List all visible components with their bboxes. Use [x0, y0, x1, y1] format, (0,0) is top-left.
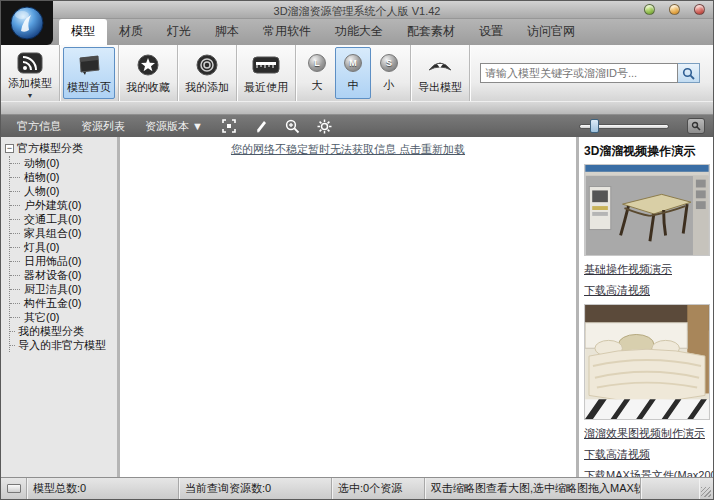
tree-item-animals[interactable]: 动物(0): [10, 156, 117, 170]
add-model-button[interactable]: 添加模型 ▼: [4, 47, 56, 99]
status-monitor-icon: [7, 484, 21, 493]
my-added-icon: [195, 52, 219, 78]
tab-model[interactable]: 模型: [59, 19, 107, 45]
tab-features[interactable]: 功能大全: [323, 19, 395, 45]
my-favorites-button[interactable]: 我的收藏: [122, 47, 174, 99]
ribbon-toolbar: 添加模型 ▼ 模型首页 我的收藏: [1, 45, 713, 115]
model-home-button[interactable]: 模型首页: [63, 47, 115, 99]
official-info-button[interactable]: 官方信息: [9, 117, 69, 136]
status-usage-hint: 双击缩略图查看大图,选中缩略图拖入MAX软件,即可使用: [425, 478, 641, 499]
basic-operation-video-thumbnail[interactable]: [584, 164, 710, 256]
download-hd-video-link-2[interactable]: 下载高清视频: [584, 447, 709, 462]
size-small-icon: S: [380, 54, 398, 72]
tab-materials-pack[interactable]: 配套素材: [395, 19, 467, 45]
ribbon-bottom-strip: [1, 101, 713, 114]
minimize-button[interactable]: [644, 4, 655, 15]
tree-root-official[interactable]: − 官方模型分类: [5, 141, 117, 156]
status-query-count: 当前查询资源数:0: [179, 478, 332, 499]
status-empty-cell: [641, 478, 699, 499]
size-small-button[interactable]: S 小: [371, 47, 407, 99]
tree-item-people[interactable]: 人物(0): [10, 184, 117, 198]
maximize-button[interactable]: [669, 4, 680, 15]
tab-settings[interactable]: 设置: [467, 19, 515, 45]
tree-branch: 动物(0) 植物(0) 人物(0) 户外建筑(0) 交通工具(0) 家具组合(0…: [9, 156, 117, 352]
video-panel-title: 3D溜溜视频操作演示: [584, 143, 709, 160]
resize-grip[interactable]: [699, 478, 713, 499]
thumbnail-size-group: L 大 M 中 S 小: [299, 47, 407, 99]
window-controls: [644, 4, 705, 15]
video-demo-panel: 3D溜溜视频操作演示 基础操作视频演示 下载高清视频: [576, 137, 713, 477]
tree-item-kitchen-bath[interactable]: 厨卫洁具(0): [10, 282, 117, 296]
status-model-total: 模型总数:0: [27, 478, 179, 499]
logo-orb-icon: [9, 5, 45, 41]
tree-item-daily-items[interactable]: 日用饰品(0): [10, 254, 117, 268]
model-search: [480, 63, 700, 83]
export-model-icon: [426, 52, 454, 78]
tree-item-lamps[interactable]: 灯具(0): [10, 240, 117, 254]
recent-used-button[interactable]: 最近使用: [240, 47, 292, 99]
my-favorites-icon: [136, 52, 160, 78]
thumbnail-size-slider[interactable]: [579, 119, 669, 133]
tree-item-plants[interactable]: 植物(0): [10, 170, 117, 184]
model-list-area: 您的网络不稳定暂时无法获取信息 点击重新加载: [120, 137, 576, 477]
pencil-icon[interactable]: [249, 117, 273, 135]
my-added-button[interactable]: 我的添加: [181, 47, 233, 99]
tab-light[interactable]: 灯光: [155, 19, 203, 45]
search-input[interactable]: [480, 63, 678, 83]
add-model-icon: [17, 52, 43, 74]
tree-item-hardware[interactable]: 构件五金(0): [10, 296, 117, 310]
tab-material[interactable]: 材质: [107, 19, 155, 45]
tree-item-other[interactable]: 其它(0): [10, 310, 117, 324]
model-home-icon: [76, 52, 102, 78]
download-hd-video-link-1[interactable]: 下载高清视频: [584, 283, 709, 298]
network-error-reload-link[interactable]: 您的网络不稳定暂时无法获取信息 点击重新加载: [120, 142, 576, 157]
category-tree-panel: − 官方模型分类 动物(0) 植物(0) 人物(0) 户外建筑(0) 交通工具(…: [1, 137, 120, 477]
app-window: 3D溜溜资源管理系统个人版 V1.42 模型 材质 灯光 脚本 常用软件 功能大…: [0, 0, 714, 500]
size-large-button[interactable]: L 大: [299, 47, 335, 99]
tab-bar: 模型 材质 灯光 脚本 常用软件 功能大全 配套素材 设置 访问官网: [1, 19, 713, 45]
status-bar: 模型总数:0 当前查询资源数:0 选中:0个资源 双击缩略图查看大图,选中缩略图…: [1, 477, 713, 499]
content-area: − 官方模型分类 动物(0) 植物(0) 人物(0) 户外建筑(0) 交通工具(…: [1, 137, 713, 477]
search-button[interactable]: [678, 63, 700, 83]
tab-official-site[interactable]: 访问官网: [515, 19, 587, 45]
tree-item-imported-models[interactable]: 导入的非官方模型: [10, 338, 117, 352]
resource-version-dropdown[interactable]: 资源版本 ▼: [137, 117, 211, 136]
export-model-button[interactable]: 导出模型: [414, 47, 466, 99]
render-effect-video-thumbnail[interactable]: [584, 304, 710, 420]
close-button[interactable]: [694, 4, 705, 15]
zoom-in-icon[interactable]: [281, 117, 305, 135]
fullscreen-icon[interactable]: [217, 117, 241, 135]
tree-item-my-categories[interactable]: 我的模型分类: [10, 324, 117, 338]
tree-item-outdoor-buildings[interactable]: 户外建筑(0): [10, 198, 117, 212]
pin-icon: [691, 121, 701, 131]
search-icon: [682, 67, 695, 80]
download-max-scene-link[interactable]: 下载MAX场景文件(Max2009): [584, 468, 709, 477]
tab-script[interactable]: 脚本: [203, 19, 251, 45]
tab-common-software[interactable]: 常用软件: [251, 19, 323, 45]
tree-item-vehicles[interactable]: 交通工具(0): [10, 212, 117, 226]
size-large-icon: L: [308, 54, 326, 72]
secondary-toolbar: 官方信息 资源列表 资源版本 ▼: [1, 115, 713, 137]
recent-used-icon: [252, 52, 280, 78]
tree-item-furniture-sets[interactable]: 家具组合(0): [10, 226, 117, 240]
status-icon-cell: [1, 478, 27, 499]
tree-root-label: 官方模型分类: [17, 141, 83, 156]
pin-panel-button[interactable]: [687, 118, 705, 134]
size-medium-icon: M: [344, 54, 362, 72]
render-effect-video-link[interactable]: 溜溜效果图视频制作演示: [584, 426, 709, 441]
title-bar: 3D溜溜资源管理系统个人版 V1.42: [1, 1, 713, 19]
status-selected-count: 选中:0个资源: [332, 478, 425, 499]
window-title: 3D溜溜资源管理系统个人版 V1.42: [1, 4, 713, 19]
collapse-icon[interactable]: −: [5, 144, 14, 153]
basic-operation-video-link[interactable]: 基础操作视频演示: [584, 262, 709, 277]
slider-handle[interactable]: [590, 119, 599, 133]
settings-gear-icon[interactable]: [313, 117, 337, 135]
tree-item-equipment[interactable]: 器材设备(0): [10, 268, 117, 282]
app-logo: [1, 1, 53, 45]
add-model-dropdown-arrow: ▼: [27, 92, 34, 99]
size-medium-button[interactable]: M 中: [335, 47, 371, 99]
resource-list-button[interactable]: 资源列表: [73, 117, 133, 136]
